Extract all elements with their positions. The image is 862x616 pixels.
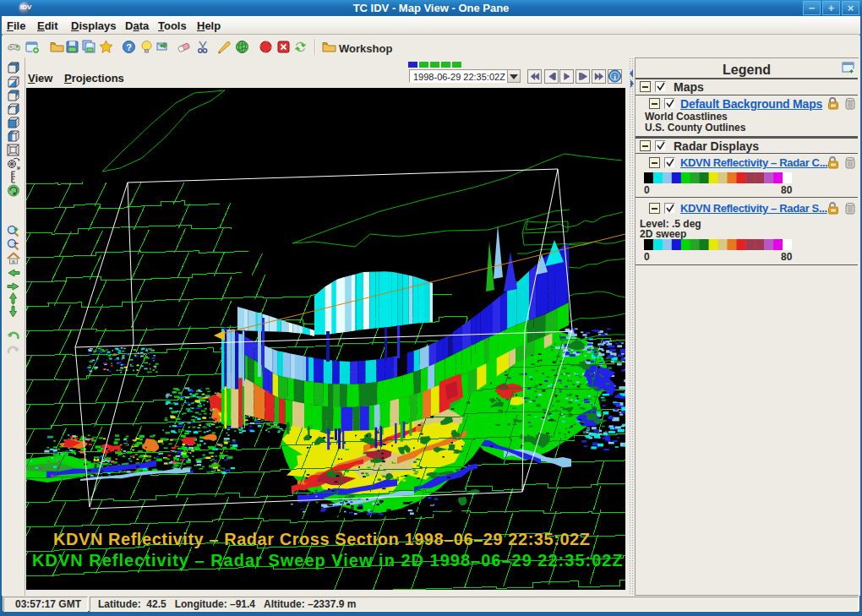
svg-text:KDVN Reflectivity – Radar Swee: KDVN Reflectivity – Radar Sweep View in … <box>32 551 624 570</box>
svg-text:?: ? <box>126 42 132 52</box>
svg-text:KDVN Reflectivity – Radar Cros: KDVN Reflectivity – Radar Cross Section … <box>53 530 591 548</box>
